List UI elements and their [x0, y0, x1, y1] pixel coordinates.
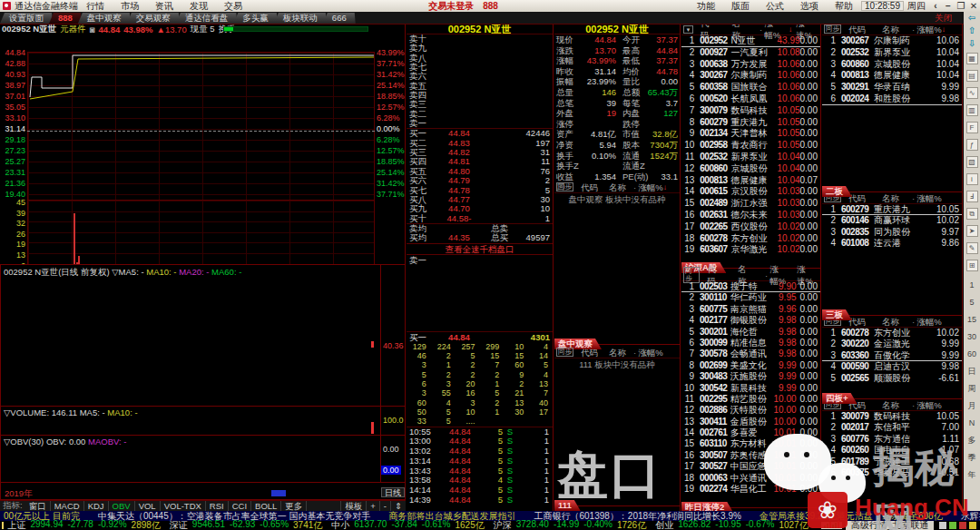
sell-level-row[interactable]: 卖一 [407, 119, 553, 128]
layout-tab[interactable]: 板块联动 [274, 13, 327, 24]
table-row[interactable]: 5600358 国旅联合 10.060.00 [681, 82, 820, 93]
menu-news[interactable]: 资讯 [147, 0, 181, 13]
tab-fourth-board[interactable]: 四板+ [822, 393, 858, 404]
table-row[interactable]: 4002177 御银股份 9.980.00 [681, 315, 820, 326]
tick-trade-list[interactable]: 10:5544.84 5S 1 13:0044.84 5S 1 13:0244.… [407, 427, 553, 505]
table-row[interactable]: 7300079 数码科技 10.050.00 [681, 105, 820, 117]
table-row[interactable]: 8002699 美盛文化 9.990.00 [681, 360, 820, 371]
period-badge[interactable]: 日线 [381, 487, 405, 497]
toolbar-icon[interactable]: F [966, 122, 978, 133]
index-quote[interactable]: 中小6137.70 -37.84-0.61% 1625亿 [331, 519, 484, 530]
sell-level-row[interactable]: 卖九 [407, 44, 553, 53]
indicator-tab[interactable]: 更多 [281, 501, 307, 512]
menu-formula[interactable]: 公式 [758, 0, 792, 13]
buy-level-row[interactable]: 买三44.8231 [407, 148, 553, 157]
indicator-tab[interactable]: MACD [51, 501, 84, 512]
indicator-tab[interactable]: KDJ [84, 501, 109, 512]
table-row[interactable]: 5300291 华录百纳9.99 [822, 82, 962, 93]
table-row[interactable]: 3002835 同为股份9.97 [822, 227, 962, 238]
zoom-out-button[interactable]: - [379, 501, 390, 512]
table-row[interactable]: 10002958 青农商行 10.050.00 [681, 140, 820, 152]
sync-button[interactable]: 同步 [556, 348, 573, 357]
period-option[interactable]: 日 [967, 366, 975, 378]
sort-icon[interactable]: ↓ [663, 182, 667, 193]
sell-level-row[interactable]: 卖三 [407, 100, 553, 109]
layout-tab[interactable]: 666 [323, 13, 356, 24]
period-option[interactable]: 年 [967, 469, 975, 481]
toolbar-icon[interactable]: ▥ [966, 104, 978, 116]
indicator-tab[interactable]: VOL-TDX [161, 501, 206, 512]
maximize-button[interactable]: ❐ [955, 1, 967, 11]
buy-level-row[interactable]: 买六44.792 [407, 176, 553, 185]
index-quote[interactable]: 上证2994.94 -27.78-0.92% 2898亿 [7, 519, 160, 530]
layout-tab[interactable]: 设置版面 [0, 13, 53, 24]
close-layout-button[interactable]: 关闭 [935, 13, 952, 25]
kline-panel[interactable]: 002952 N亚世(日线 前复权) ▽MA5: - MA10: - MA20:… [0, 264, 406, 500]
tray-icon[interactable] [959, 522, 966, 529]
layout-tab[interactable]: 盘中观察 [78, 13, 131, 24]
table-row[interactable]: 5300201 海伦哲 9.980.00 [681, 327, 820, 338]
table-row[interactable]: 6000520 长航凤凰 10.060.00 [681, 93, 820, 105]
table-row[interactable]: 12600860 京城股份 10.040.00 [681, 163, 820, 175]
table-row[interactable]: 14000615 京汉股份 10.030.00 [681, 186, 820, 198]
menu-layout[interactable]: 版面 [723, 0, 758, 13]
table-row[interactable]: 1002952 N亚世 43.990.00 [681, 35, 820, 47]
toolbar-icon[interactable]: i [966, 173, 978, 185]
table-row[interactable]: 4601008 连云港9.86 [822, 238, 962, 249]
buy-level-row[interactable]: 买十44.58-1 [407, 214, 553, 223]
table-row[interactable]: 6300099 精准信息 9.980.00 [681, 338, 820, 348]
indicator-tab[interactable]: VOL [135, 501, 161, 512]
tray-icon[interactable] [969, 522, 976, 529]
kline-scrollbar[interactable] [271, 490, 286, 496]
zoom-in-button[interactable]: + [366, 501, 379, 512]
table-row[interactable]: 4000813 德展健康10.04 [822, 70, 962, 82]
menu-trade[interactable]: 交易 [216, 0, 250, 13]
period-option[interactable]: 周 [967, 383, 975, 395]
toolbar-icon[interactable]: ▧ [966, 156, 978, 168]
table-row[interactable]: 2002532 新界泵业10.04 [822, 47, 962, 59]
table-row[interactable]: 4000590 启迪古汉9.98 [822, 361, 962, 372]
buy-level-row[interactable]: 买七44.785 [407, 186, 553, 195]
period-option[interactable]: 多 [967, 435, 975, 447]
index-quote[interactable]: 深证9546.51 -62.93-0.65% 3741亿 [170, 519, 322, 530]
table-row[interactable]: 11002295 精艺股份 10.000.00 [681, 394, 820, 405]
sell-level-row[interactable]: 卖二 [407, 110, 553, 119]
period-option[interactable]: 5 [969, 297, 974, 309]
buy-level-row[interactable]: 买二44.83197 [407, 139, 553, 148]
table-row[interactable]: 3600775 南京熊猫 9.960.00 [681, 304, 820, 315]
table-row[interactable]: 6600375 华菱星马-0.51 [822, 467, 962, 478]
table-row[interactable]: 5002565 顺灏股份-6.61 [822, 373, 962, 384]
table-row[interactable]: 15002489 浙江永强 10.030.00 [681, 198, 820, 210]
table-row[interactable]: 1300079 数码科技10.05 [822, 411, 962, 422]
quote-server-label[interactable]: 高级行情_北京联通 [846, 521, 935, 530]
login-status[interactable]: 交易未登录 [428, 0, 474, 13]
menu-market[interactable]: 市场 [113, 0, 147, 13]
layout-tab[interactable]: 888 [49, 13, 82, 24]
period-option[interactable]: 月 [967, 400, 975, 412]
buy-level-row[interactable]: 买一44.8442446 [407, 129, 553, 138]
table-row[interactable]: 3600860 京城股份10.04 [822, 59, 962, 71]
indicator-tab[interactable]: OBV [109, 501, 135, 512]
table-row[interactable]: 17300527 中国应急 10.010.00 [681, 461, 820, 472]
table-row[interactable]: 4600260 国电南自1.07 [822, 445, 962, 456]
expand-button[interactable]: ⇕ [390, 501, 406, 512]
indicator-tab[interactable]: CCI [229, 501, 251, 512]
table-row[interactable]: 4300267 尔康制药 10.060.00 [681, 70, 820, 82]
table-row[interactable]: 16300507 苏奥传感 10.010.00 [681, 450, 820, 461]
tab-third-board[interactable]: 三板 [822, 309, 852, 320]
table-row[interactable]: 10300542 新晨科技 9.990.00 [681, 383, 820, 394]
scroll-up-icon[interactable]: ⇧ [968, 25, 975, 37]
menu-quotes[interactable]: 行情 [78, 0, 113, 13]
indicator-tab[interactable]: 窗口 [25, 501, 51, 512]
period-option[interactable]: 15 [967, 314, 976, 326]
sell-level-row[interactable]: 卖七 [407, 63, 553, 72]
full-depth-link[interactable]: 查看全速千档盘口 [407, 243, 553, 255]
table-row[interactable]: 3603360 百傲化学9.99 [822, 350, 962, 361]
layout-tab[interactable]: 多头赢 [233, 13, 278, 24]
order-book-panel[interactable]: 002952 N亚世 卖十卖九卖八卖七卖六卖五卖四卖三卖二卖一 买一44.844… [407, 24, 554, 511]
toolbar-icon[interactable]: ⧉ [966, 208, 978, 220]
period-option[interactable]: 1 [969, 280, 974, 291]
table-row[interactable]: 1600279 重庆港九10.05 [822, 204, 962, 215]
table-row[interactable]: 1300267 尔康制药10.06 [822, 35, 962, 47]
chevron-down-icon[interactable]: ▼ [683, 25, 693, 34]
